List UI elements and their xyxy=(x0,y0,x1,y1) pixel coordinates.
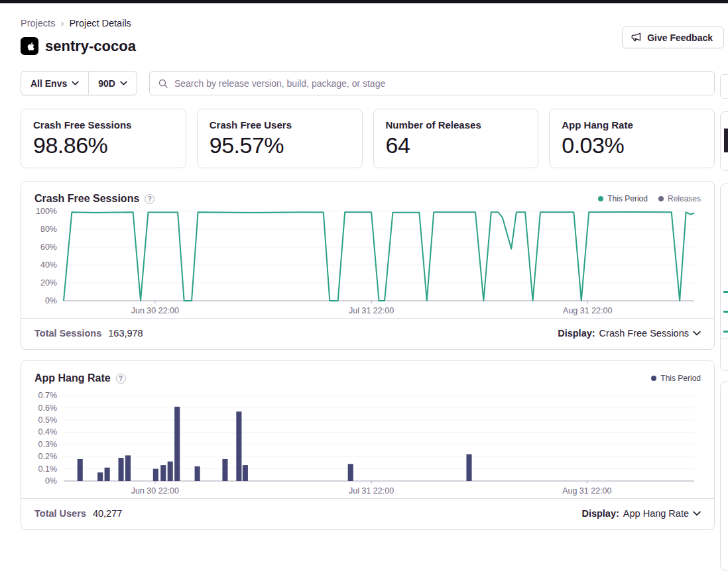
filter-row: All Envs 90D xyxy=(21,71,715,95)
stat-value: 0.03% xyxy=(562,132,702,158)
stat-card-crash-free-users: Crash Free Users 95.57% xyxy=(197,109,363,168)
legend-dot-icon xyxy=(651,376,656,381)
breadcrumb-projects-link[interactable]: Projects xyxy=(21,18,55,28)
stat-label: Crash Free Users xyxy=(210,119,350,131)
cutoff-panel-top xyxy=(720,184,728,371)
stat-label: Number of Releases xyxy=(386,119,526,131)
cutoff-filter-control xyxy=(720,74,728,99)
legend-label: This Period xyxy=(607,194,648,203)
app-hang-rate-panel: App Hang Rate ? This Period 0.7%0.6%0.5%… xyxy=(21,360,715,530)
release-search-input[interactable] xyxy=(174,78,706,89)
cutoff-teal-dash xyxy=(723,311,728,313)
help-icon[interactable]: ? xyxy=(116,374,126,384)
cutoff-teal-dash xyxy=(723,331,728,333)
page-container: Projects › Project Details Give Feedback… xyxy=(21,17,715,530)
give-feedback-button[interactable]: Give Feedback xyxy=(622,26,724,48)
score-cards-row: Crash Free Sessions 98.86% Crash Free Us… xyxy=(21,109,715,168)
y-axis-labels: 0.7%0.6%0.5%0.4%0.3%0.2%0.1%0% xyxy=(21,391,64,481)
chevron-down-icon xyxy=(72,81,79,85)
environment-dropdown-label: All Envs xyxy=(30,78,67,89)
stat-value: 95.57% xyxy=(210,132,350,158)
legend-dot-icon xyxy=(598,196,603,201)
chart-title: Crash Free Sessions xyxy=(34,193,139,205)
x-axis-labels: Jun 30 22:00Jul 31 22:00Aug 31 22:00 xyxy=(64,301,694,318)
stat-label: App Hang Rate xyxy=(562,119,702,131)
chart-legend: This Period xyxy=(651,374,701,383)
total-users-label: Total Users xyxy=(34,508,86,519)
cutoff-stat-digit xyxy=(724,129,728,152)
plot-area-wrap: Jun 30 22:00Jul 31 22:00Aug 31 22:00 xyxy=(64,211,694,318)
stat-value: 64 xyxy=(386,132,526,158)
give-feedback-label: Give Feedback xyxy=(647,32,713,43)
display-value: Crash Free Sessions xyxy=(599,328,689,339)
chart-footer: Total Sessions 163,978 Display: Crash Fr… xyxy=(21,318,714,349)
chart-header: Crash Free Sessions ? This Period Releas… xyxy=(21,182,714,205)
legend-item-this-period[interactable]: This Period xyxy=(598,194,648,203)
chart-title: App Hang Rate xyxy=(34,372,111,384)
chevron-down-icon xyxy=(693,511,701,516)
megaphone-icon xyxy=(631,32,642,43)
environment-dropdown[interactable]: All Envs xyxy=(21,72,88,95)
stat-value: 98.86% xyxy=(33,132,174,158)
bar-chart-plot[interactable] xyxy=(64,391,694,481)
chevron-right-icon: › xyxy=(60,17,64,28)
app-hang-rate-chart: 0.7%0.6%0.5%0.4%0.3%0.2%0.1%0% Jun 30 22… xyxy=(21,384,714,498)
page-filter-bar: All Envs 90D xyxy=(21,71,137,95)
crash-free-sessions-chart: 100%80%60%40%20%0% Jun 30 22:00Jul 31 22… xyxy=(21,205,714,318)
legend-label: This Period xyxy=(660,374,701,383)
date-range-dropdown[interactable]: 90D xyxy=(89,72,137,95)
total-users-value: 40,277 xyxy=(93,508,122,519)
crash-free-sessions-panel: Crash Free Sessions ? This Period Releas… xyxy=(21,181,715,350)
cutoff-panel-bottom xyxy=(720,382,728,570)
display-value: App Hang Rate xyxy=(623,508,689,519)
chevron-down-icon xyxy=(120,81,127,85)
total-sessions-label: Total Sessions xyxy=(34,328,101,339)
top-black-bar xyxy=(0,0,728,3)
legend-item-releases[interactable]: Releases xyxy=(658,194,701,203)
cutoff-panel-divider xyxy=(721,339,728,339)
project-name: sentry-cocoa xyxy=(45,38,136,55)
display-label: Display: xyxy=(558,328,595,339)
cutoff-stat-card xyxy=(720,111,728,171)
chart-legend: This Period Releases xyxy=(598,194,701,203)
legend-label: Releases xyxy=(668,194,701,203)
chevron-down-icon xyxy=(693,331,701,336)
stat-card-number-of-releases: Number of Releases 64 xyxy=(373,109,539,168)
total-sessions-value: 163,978 xyxy=(108,328,143,339)
cutoff-teal-dash xyxy=(723,291,728,293)
stat-label: Crash Free Sessions xyxy=(33,119,174,131)
project-title-row: sentry-cocoa xyxy=(21,37,715,55)
stat-card-app-hang-rate: App Hang Rate 0.03% xyxy=(549,109,715,168)
plot-area-wrap: Jun 30 22:00Jul 31 22:00Aug 31 22:00 xyxy=(64,391,694,498)
line-chart-plot[interactable] xyxy=(64,211,694,301)
search-icon xyxy=(158,78,168,89)
help-icon[interactable]: ? xyxy=(145,194,154,204)
stat-card-crash-free-sessions: Crash Free Sessions 98.86% xyxy=(21,109,186,168)
x-axis-labels: Jun 30 22:00Jul 31 22:00Aug 31 22:00 xyxy=(64,481,694,498)
release-search-box xyxy=(149,71,715,95)
breadcrumb: Projects › Project Details xyxy=(21,17,715,28)
display-label: Display: xyxy=(581,508,619,519)
date-range-dropdown-label: 90D xyxy=(98,78,115,89)
legend-dot-icon xyxy=(658,196,664,201)
chart-footer: Total Users 40,277 Display: App Hang Rat… xyxy=(21,498,714,529)
legend-item-this-period[interactable]: This Period xyxy=(651,374,701,383)
display-selector[interactable]: Display: App Hang Rate xyxy=(581,508,701,519)
chart-header: App Hang Rate ? This Period xyxy=(21,361,714,384)
y-axis-labels: 100%80%60%40%20%0% xyxy=(21,211,64,301)
display-selector[interactable]: Display: Crash Free Sessions xyxy=(558,328,701,339)
breadcrumb-current-page: Project Details xyxy=(69,18,131,28)
apple-platform-icon xyxy=(21,37,38,55)
